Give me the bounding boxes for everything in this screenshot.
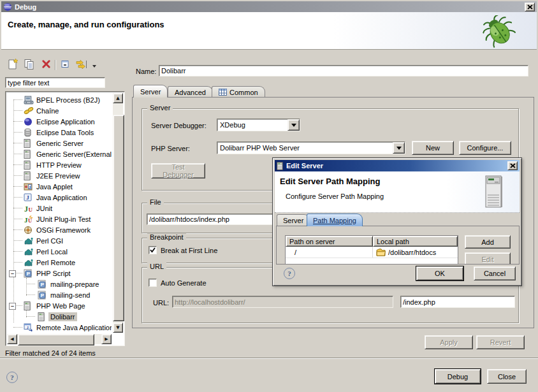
php-server-icon: [38, 312, 48, 321]
tree-item-mailing-send[interactable]: Pmailing-send: [7, 289, 112, 300]
cancel-button[interactable]: Cancel: [474, 266, 516, 280]
duplicate-button[interactable]: [22, 59, 37, 71]
ok-button[interactable]: OK: [416, 266, 463, 280]
scroll-down-button[interactable]: ▼: [113, 323, 123, 333]
chevron-down-icon: [92, 61, 97, 70]
tree-item-perl-local[interactable]: Perl Local: [7, 246, 112, 257]
revert-button[interactable]: Revert: [476, 335, 525, 349]
combo-dropdown-button[interactable]: [393, 142, 405, 154]
tab-advanced[interactable]: Advanced: [168, 86, 213, 98]
debug-button[interactable]: Debug: [435, 369, 481, 384]
junit-icon: JU: [24, 203, 34, 213]
column-header-local-path[interactable]: Local path: [373, 236, 458, 247]
tree-item-cha-ne[interactable]: Chaîne: [7, 105, 112, 116]
window-titlebar[interactable]: Debug: [1, 1, 537, 12]
php-server-icon: [24, 301, 34, 310]
tree-item-bpel-process-b2j[interactable]: BPEL Process (B2J): [7, 94, 112, 105]
tree-item-java-application[interactable]: JJava Application: [7, 192, 112, 203]
tree-item-eclipse-data-tools[interactable]: Eclipse Data Tools: [7, 127, 112, 138]
header-banner: Create, manage, and run configurations: [1, 12, 537, 50]
chevron-down-icon: [291, 124, 296, 127]
tree-vertical-scrollbar[interactable]: ▲ ▼: [113, 93, 123, 333]
tree-item-generic-server[interactable]: Generic Server: [7, 138, 112, 149]
scroll-right-button[interactable]: ▶: [101, 334, 112, 344]
tree-item-eclipse-application[interactable]: Eclipse Application: [7, 116, 112, 127]
tree-item-php-web-page[interactable]: −PHP Web Page: [7, 300, 112, 311]
local-path-text: /dolibarr/htdocs: [388, 249, 436, 256]
tree-item-label: Perl CGI: [34, 236, 65, 245]
tree-item-http-preview[interactable]: HTTP Preview: [7, 159, 112, 170]
php-server-combo[interactable]: Dolibarr PHP Web Server: [217, 142, 405, 154]
dialog-help-button[interactable]: ?: [284, 268, 295, 279]
tree-item-perl-cgi[interactable]: Perl CGI: [7, 235, 112, 246]
dialog-titlebar[interactable]: Edit Server: [275, 160, 520, 171]
tree-item-label: Generic Server: [34, 139, 85, 148]
scrollbar-thumb[interactable]: [18, 334, 94, 345]
dialog-close-button[interactable]: [507, 161, 518, 170]
tree-item-junit[interactable]: JUJUnit: [7, 203, 112, 214]
tree-item-label: PHP Web Page: [34, 301, 87, 310]
scroll-left-button[interactable]: ◀: [7, 334, 17, 344]
eclipse-app-icon: [24, 117, 34, 126]
delete-button[interactable]: [38, 59, 54, 71]
server-icon: [24, 149, 34, 159]
dialog-tab-server[interactable]: Server: [277, 214, 310, 226]
dialog-tab-path-mapping[interactable]: Path Mapping: [307, 214, 363, 226]
window-close-button[interactable]: [525, 3, 535, 11]
configure-button[interactable]: Configure...: [459, 141, 511, 155]
apply-button[interactable]: Apply: [425, 335, 473, 349]
tree-horizontal-scrollbar[interactable]: ◀ ▶: [7, 334, 112, 344]
tab-common[interactable]: Common: [212, 86, 265, 98]
tree-item-remote-java-application[interactable]: JRemote Java Application: [7, 322, 112, 331]
tree-item-java-applet[interactable]: JJava Applet: [7, 181, 112, 192]
tree-item-junit-plug-in-test[interactable]: JUJUnit Plug-in Test: [7, 214, 112, 224]
tree-expander-minus-icon[interactable]: −: [9, 270, 16, 277]
path-mapping-row[interactable]: //dolibarr/htdocs: [286, 247, 458, 258]
close-icon: [510, 163, 516, 168]
collapse-all-button[interactable]: [57, 59, 73, 71]
tree-item-label: JUnit Plug-in Test: [34, 215, 92, 224]
tree-item-php-script[interactable]: −PPHP Script: [7, 268, 112, 279]
filter-button[interactable]: [74, 59, 89, 71]
config-tree[interactable]: BPEL Process (B2J)ChaîneEclipse Applicat…: [5, 91, 125, 346]
tab-server[interactable]: Server: [133, 85, 168, 98]
help-button[interactable]: ?: [6, 372, 18, 383]
auto-generate-checkbox[interactable]: [149, 279, 157, 287]
eclipse-logo-icon: [3, 3, 12, 11]
filter-input[interactable]: [5, 77, 105, 88]
tree-item-osgi-framework[interactable]: OSGi Framework: [7, 224, 112, 235]
dialog-heading: Edit Server Path Mapping: [280, 177, 380, 186]
tree-item-generic-server-external-la[interactable]: Generic Server(External La: [7, 149, 112, 159]
tree-item-perl-remote[interactable]: Perl Remote: [7, 257, 112, 268]
server-icon: [24, 171, 34, 180]
path-mapping-table[interactable]: Path on server Local path //dolibarr/htd…: [285, 235, 458, 265]
tree-item-j2ee-preview[interactable]: J2EE Preview: [7, 170, 112, 181]
test-debugger-button[interactable]: Test Debugger: [151, 163, 205, 178]
url-path-input[interactable]: [400, 296, 515, 308]
dialog-footer: ? OK Cancel: [275, 263, 520, 284]
new-server-button[interactable]: New: [412, 141, 454, 155]
config-tree-rows: BPEL Process (B2J)ChaîneEclipse Applicat…: [7, 94, 112, 331]
tree-item-label: Eclipse Application: [34, 117, 97, 126]
scroll-up-button[interactable]: ▲: [113, 93, 123, 103]
close-button[interactable]: Close: [487, 369, 527, 384]
scrollbar-thumb[interactable]: [113, 115, 124, 321]
combo-dropdown-button[interactable]: [287, 119, 300, 131]
add-button[interactable]: Add: [465, 235, 511, 249]
column-header-path-on-server[interactable]: Path on server: [286, 236, 373, 247]
server-debugger-combo[interactable]: XDebug: [217, 119, 300, 131]
server-icon: [277, 162, 284, 170]
debug-bug-icon: [481, 15, 518, 50]
new-configuration-button[interactable]: [5, 59, 20, 71]
tree-item-mailing-prepare[interactable]: Pmailing-prepare: [7, 279, 112, 289]
filter-menu-button[interactable]: [91, 59, 98, 71]
break-first-line-checkbox[interactable]: [149, 246, 157, 254]
tab-label: Path Mapping: [313, 217, 356, 224]
local-path-cell: /dolibarr/htdocs: [373, 247, 458, 258]
tree-item-dolibarr[interactable]: Dolibarr: [7, 311, 112, 322]
svg-text:J: J: [24, 204, 28, 213]
tree-toolbar: [5, 57, 125, 73]
php-icon: P: [38, 279, 48, 289]
name-input[interactable]: [159, 65, 528, 76]
tree-expander-minus-icon[interactable]: −: [9, 303, 16, 310]
